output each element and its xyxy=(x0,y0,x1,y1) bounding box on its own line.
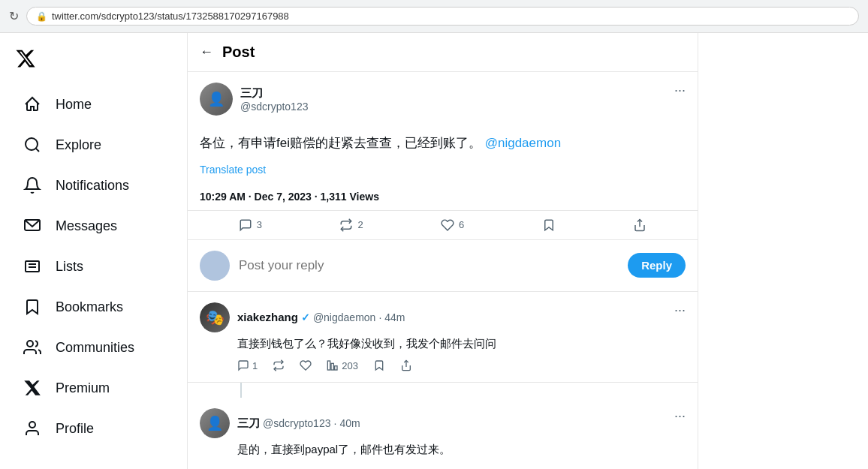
like-count: 6 xyxy=(459,219,464,230)
sidebar-premium-label: Premium xyxy=(56,380,110,396)
sidebar-bookmarks-label: Bookmarks xyxy=(56,299,123,315)
post-views-label: Views xyxy=(347,191,379,203)
notifications-icon xyxy=(23,176,42,195)
verified-badge: ✓ xyxy=(301,311,310,323)
x-logo[interactable] xyxy=(0,41,187,84)
svg-rect-11 xyxy=(335,366,337,370)
comment-1-share-action[interactable] xyxy=(400,359,412,371)
sidebar-messages-label: Messages xyxy=(56,218,117,234)
comment-2-body: 是的，直接到paypal了，邮件也有发过来。 xyxy=(237,441,686,458)
comment-1-body: 直接到钱包了么？我好像没收到，我发个邮件去问问 xyxy=(237,335,686,353)
post-title: Post xyxy=(222,44,255,61)
sidebar-item-premium[interactable]: Premium xyxy=(8,369,179,407)
svg-rect-10 xyxy=(331,363,333,370)
comment-2: 👤 三刀 @sdcrypto123 · 40m ··· 是的，直接到paypal… xyxy=(188,398,698,469)
sidebar: Home Explore Notifications Messages List xyxy=(0,33,188,469)
messages-icon xyxy=(23,216,42,236)
comment-1-views: 203 xyxy=(342,360,358,371)
comment-2-time-value: 40m xyxy=(339,417,360,429)
svg-point-0 xyxy=(26,138,38,150)
bookmark-action[interactable] xyxy=(542,218,556,232)
comment-like-icon xyxy=(300,359,312,371)
sidebar-item-communities[interactable]: Communities xyxy=(8,329,179,366)
svg-point-6 xyxy=(27,341,33,347)
comment-1-count: 1 xyxy=(252,360,258,371)
comment-2-author-info: 👤 三刀 @sdcrypto123 · 40m xyxy=(200,408,360,438)
comment-2-name: 三刀 @sdcrypto123 · 40m xyxy=(237,416,360,431)
bookmarks-icon xyxy=(23,297,42,317)
retweet-icon xyxy=(339,218,353,232)
comment-1-author-row: 🎭 xiakezhang ✓ @nigdaemon · 44m ··· xyxy=(200,302,686,332)
sidebar-item-messages[interactable]: Messages xyxy=(8,207,179,245)
comment-1-name-block: xiakezhang ✓ @nigdaemon · 44m xyxy=(237,311,405,323)
comment-bookmark-icon xyxy=(373,359,385,371)
sidebar-profile-label: Profile xyxy=(56,421,94,437)
comment-1-like-action[interactable] xyxy=(300,359,312,371)
post-header: ← Post xyxy=(188,33,698,72)
comment-2-time: · xyxy=(333,417,336,429)
more-options-button[interactable]: ··· xyxy=(674,83,686,98)
translate-link[interactable]: Translate post xyxy=(188,161,698,183)
like-action[interactable]: 6 xyxy=(441,218,464,232)
svg-point-7 xyxy=(29,422,35,428)
comment-share-icon xyxy=(400,359,412,371)
comment-1-time: · xyxy=(378,311,381,323)
sidebar-item-lists[interactable]: Lists xyxy=(8,248,179,285)
post-views-count: 1,311 xyxy=(321,191,347,203)
back-button[interactable]: ← xyxy=(200,44,213,60)
svg-rect-9 xyxy=(328,361,330,370)
sidebar-item-bookmarks[interactable]: Bookmarks xyxy=(8,288,179,326)
comment-1-actions: 1 203 xyxy=(237,359,686,371)
url-bar[interactable]: 🔒 twitter.com/sdcrypto123/status/1732588… xyxy=(26,7,859,26)
retweet-action[interactable]: 2 xyxy=(339,218,363,232)
sidebar-lists-label: Lists xyxy=(56,259,83,275)
retweet-count: 2 xyxy=(357,219,363,230)
comment-1: 🎭 xiakezhang ✓ @nigdaemon · 44m ··· 直接到钱 xyxy=(188,292,698,383)
post-meta: 10:29 AM · Dec 7, 2023 · 1,311 Views xyxy=(188,183,698,211)
comment-1-avatar[interactable]: 🎭 xyxy=(200,302,230,332)
comment-2-more-button[interactable]: ··· xyxy=(674,408,686,424)
comment-1-reply-action[interactable]: 1 xyxy=(237,359,258,371)
comment-1-bookmark-action[interactable] xyxy=(373,359,385,371)
communities-icon xyxy=(23,338,42,357)
share-action[interactable] xyxy=(633,218,646,232)
sidebar-item-profile[interactable]: Profile xyxy=(8,410,179,447)
thread-line xyxy=(240,383,242,398)
comment-count: 3 xyxy=(257,219,262,230)
comment-1-time-value: 44m xyxy=(384,311,405,323)
comment-2-handle: @sdcrypto123 xyxy=(263,417,330,429)
action-bar: 3 2 6 xyxy=(188,211,698,240)
svg-line-1 xyxy=(36,149,39,152)
comment-1-retweet-action[interactable] xyxy=(273,359,285,371)
sidebar-explore-label: Explore xyxy=(56,137,101,153)
lists-icon xyxy=(23,257,42,276)
reply-avatar xyxy=(200,251,230,281)
author-avatar[interactable]: 👤 xyxy=(200,83,233,116)
post-body: 各位，有申请fei赔偿的赶紧去查查，已经到账了。 @nigdaemon xyxy=(188,126,698,161)
reply-button[interactable]: Reply xyxy=(628,253,686,278)
sidebar-item-explore[interactable]: Explore xyxy=(8,126,179,164)
post-mention[interactable]: @nigdaemon xyxy=(485,136,561,150)
premium-icon xyxy=(23,378,42,398)
sidebar-item-notifications[interactable]: Notifications xyxy=(8,167,179,204)
comment-1-author-info: 🎭 xiakezhang ✓ @nigdaemon · 44m xyxy=(200,302,405,332)
reply-input[interactable] xyxy=(239,252,619,279)
comment-reply-icon xyxy=(237,359,249,371)
bookmark-icon xyxy=(542,218,556,232)
main-content: ← Post 👤 三刀 @sdcrypto123 ··· 各位，有申请 xyxy=(188,33,698,469)
post-text: 各位，有申请fei赔偿的赶紧去查查，已经到账了。 xyxy=(200,136,481,150)
sidebar-home-label: Home xyxy=(56,97,92,113)
sidebar-item-home[interactable]: Home xyxy=(8,86,179,123)
comment-1-more-button[interactable]: ··· xyxy=(674,302,686,318)
refresh-icon[interactable]: ↻ xyxy=(9,9,19,23)
comment-1-name: xiakezhang ✓ @nigdaemon · 44m xyxy=(237,311,405,323)
comment-1-views-action[interactable]: 203 xyxy=(327,359,358,371)
sidebar-communities-label: Communities xyxy=(56,340,134,356)
author-row: 👤 三刀 @sdcrypto123 ··· xyxy=(200,83,686,116)
like-icon xyxy=(441,218,454,232)
comment-action[interactable]: 3 xyxy=(239,218,262,232)
comment-retweet-icon xyxy=(273,359,285,371)
comment-1-handle: @nigdaemon xyxy=(313,311,376,323)
comment-2-avatar[interactable]: 👤 xyxy=(200,408,230,438)
sidebar-notifications-label: Notifications xyxy=(56,178,129,194)
